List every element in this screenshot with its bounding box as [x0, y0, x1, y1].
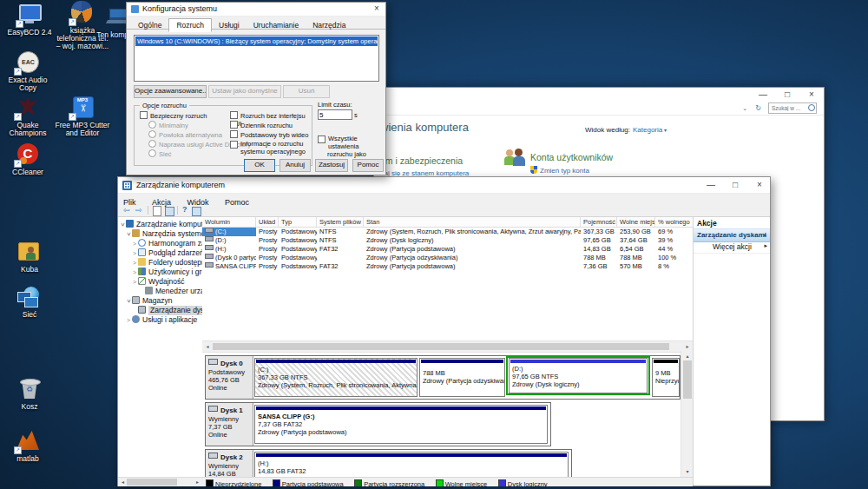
tab-ogolne[interactable]: Ogólne	[131, 19, 168, 31]
tree-item-system-tools[interactable]: >Narzędzia systemowe	[118, 229, 202, 239]
column-header[interactable]: Wolne miejsce	[617, 217, 655, 227]
tab-uruchamianie[interactable]: Uruchamianie	[247, 19, 306, 31]
close-button[interactable]: ×	[753, 180, 766, 190]
expander-icon[interactable]: >	[131, 239, 138, 248]
scroll-left-icon[interactable]	[119, 478, 127, 486]
partition-h[interactable]: (H:) 14,83 GB FAT32 Zdrowy (Partycja pod…	[254, 452, 569, 477]
checkbox-boot-log[interactable]: Dziennik rozruchu	[230, 121, 293, 129]
scroll-up-icon[interactable]	[683, 352, 692, 360]
cancel-button[interactable]: Anuluj	[279, 159, 311, 172]
tree-item-performance[interactable]: >Wydajność	[118, 277, 202, 287]
tree-item-local-users-groups[interactable]: >Użytkownicy i grupy lok	[118, 268, 202, 277]
disk-0-label[interactable]: Dysk 0 Podstawowy 465,76 GB Online	[206, 356, 253, 399]
document-icon[interactable]	[153, 206, 161, 216]
back-icon[interactable]: ⇦	[123, 206, 130, 215]
expander-icon[interactable]: >	[125, 315, 132, 325]
tree-item-services-applications[interactable]: >Usługi i aplikacje	[118, 315, 202, 325]
boot-entries-listbox[interactable]: Windows 10 (C:\WINDOWS) : Bieżący system…	[134, 35, 379, 82]
tree-item-shared-folders[interactable]: >Foldery udostępnione	[118, 258, 202, 268]
desktop-icon-easybcd[interactable]: EasyBCD 2.4	[2, 3, 57, 36]
expander-icon[interactable]: >	[131, 268, 138, 277]
timeout-input[interactable]	[318, 109, 352, 120]
view-by-dropdown[interactable]: Kategoria ▾	[633, 126, 667, 134]
link-change-account-type[interactable]: Zmień typ konta	[540, 167, 589, 175]
expander-icon[interactable]: >	[118, 221, 128, 228]
scrollbar-thumb[interactable]	[213, 343, 669, 350]
tree-item-event-viewer[interactable]: >Podgląd zdarzeń	[118, 248, 202, 258]
console-window-icon[interactable]	[165, 207, 174, 216]
help-button[interactable]: Pomoc	[352, 159, 384, 172]
checkbox-safe-boot[interactable]: Bezpieczny rozruch	[140, 111, 207, 120]
expander-icon[interactable]: >	[124, 231, 134, 238]
delete-button[interactable]: Usuń	[283, 85, 330, 98]
scroll-down-icon[interactable]	[683, 467, 692, 476]
search-box[interactable]	[768, 102, 817, 114]
close-button[interactable]: ×	[805, 89, 819, 100]
forward-icon[interactable]: ⇨	[135, 206, 142, 215]
tree-item-device-manager[interactable]: Menedżer urządzeń	[118, 287, 202, 296]
desktop-icon-mp3-cutter[interactable]: MP3 ✂ Free MP3 Cutter and Editor	[52, 96, 113, 137]
category-system-security[interactable]: em i zabezpieczenia	[380, 155, 463, 166]
tree-item-storage[interactable]: >Magazyn	[118, 296, 202, 306]
volume-row-h[interactable]: (H:) Prosty Podstawowy FAT32 Zdrowy (Par…	[202, 245, 693, 254]
radio-alternate-shell[interactable]: Powłoka alternatywna	[148, 130, 222, 139]
desktop-icon-quake-champions[interactable]: Quake Champions	[0, 96, 56, 137]
more-actions-item[interactable]: Więcej akcji ▸	[694, 241, 770, 254]
scroll-right-icon[interactable]	[194, 478, 201, 486]
radio-minimal[interactable]: Minimalny	[148, 121, 188, 129]
maximize-button[interactable]: □	[780, 89, 794, 100]
partition-g-sansa[interactable]: SANSA CLIPP (G:) 7,37 GB FAT32 Zdrowy (P…	[254, 405, 548, 444]
close-button[interactable]: ×	[370, 3, 384, 14]
chevron-down-icon[interactable]: ⌄	[742, 105, 747, 112]
desktop-icon-exact-audio-copy[interactable]: EAC Exact Audio Copy	[0, 50, 56, 92]
expander-icon[interactable]: >	[124, 298, 134, 305]
desktop-icon-matlab[interactable]: matlab	[0, 429, 56, 463]
disk-1-label[interactable]: Dysk 1 Wymienny 7,37 GB Online	[206, 403, 253, 446]
refresh-icon[interactable]: ↻	[755, 104, 761, 112]
partition-d[interactable]: (D:) 97,65 GB NTFS Zdrowy (Dysk logiczny…	[509, 358, 648, 393]
column-header[interactable]: System plików	[317, 217, 364, 227]
tree-item-disk-management[interactable]: Zarządzanie dyskami	[118, 306, 202, 315]
volume-row-sansa[interactable]: SANSA CLIPP (G:) Prosty Podstawowy FAT32…	[202, 262, 693, 271]
tab-rozruch[interactable]: Rozruch	[168, 18, 212, 32]
apply-button[interactable]: Zastosuj	[315, 159, 348, 172]
column-header[interactable]: Układ	[256, 217, 279, 227]
minimize-button[interactable]: —	[704, 180, 718, 190]
partition-recovery[interactable]: 788 MB Zdrowy (Partycja odzyskiwania)	[419, 358, 505, 397]
advanced-options-button[interactable]: Opcje zaawansowane...	[134, 85, 207, 98]
tree-hscrollbar[interactable]	[118, 477, 202, 486]
checkbox-base-video[interactable]: Podstawowy tryb wideo	[230, 130, 308, 139]
partition-c[interactable]: (C:) 367,33 GB NTFS Zdrowy (System, Rozr…	[254, 358, 418, 397]
search-input[interactable]	[770, 103, 808, 113]
column-header[interactable]: % wolnego	[655, 217, 693, 227]
radio-network[interactable]: Sieć	[148, 149, 172, 158]
tab-uslugi[interactable]: Usługi	[212, 19, 247, 31]
collapse-icon[interactable]: ▴	[763, 231, 766, 238]
boot-entry-selected[interactable]: Windows 10 (C:\WINDOWS) : Bieżący system…	[135, 36, 378, 46]
maximize-button[interactable]: □	[728, 180, 742, 190]
minimize-button[interactable]: —	[756, 89, 770, 100]
volume-row-d[interactable]: (D:) Prosty Podstawowy NTFS Zdrowy (Dysk…	[202, 236, 693, 245]
desktop-icon-ccleaner[interactable]: C CCleaner	[0, 142, 56, 176]
desktop-icon-siec[interactable]: Sieć	[2, 285, 57, 319]
unallocated-space[interactable]: 9 MB Nieprzydz	[652, 358, 680, 397]
volume-row-c[interactable]: (C:) Prosty Podstawowy NTFS Zdrowy (Syst…	[202, 228, 693, 236]
column-header[interactable]: Typ	[279, 217, 317, 227]
desktop-icon-kuba[interactable]: Kuba	[2, 240, 57, 274]
scrollbar-thumb[interactable]	[683, 360, 692, 399]
disk-2-label[interactable]: Dysk 2 Wymienny 14,84 GB Online	[206, 450, 253, 477]
category-user-accounts[interactable]: Konta użytkowników	[530, 152, 613, 162]
expander-icon[interactable]: >	[131, 248, 138, 258]
expander-icon[interactable]: >	[131, 258, 138, 268]
volume-row-recovery[interactable]: (Dysk 0 partycja 2) Prosty Podstawowy Zd…	[202, 254, 693, 262]
desktop-icon-kosz[interactable]: ♻ Kosz	[2, 377, 57, 411]
tree-item-computer-management[interactable]: >Zarządzanie komputerem (loka	[118, 220, 202, 229]
scroll-right-icon[interactable]	[683, 342, 692, 351]
checkbox-os-boot-information[interactable]: Informacje o rozruchu systemu operacyjne…	[230, 140, 310, 155]
column-header[interactable]: Stan	[364, 217, 581, 227]
tree-item-task-scheduler[interactable]: >Harmonogram zadań	[118, 239, 202, 248]
panes-icon[interactable]	[192, 207, 201, 216]
scroll-left-icon[interactable]	[203, 342, 212, 351]
scrollbar-thumb[interactable]	[127, 479, 177, 486]
column-header[interactable]: Pojemność	[581, 217, 617, 227]
